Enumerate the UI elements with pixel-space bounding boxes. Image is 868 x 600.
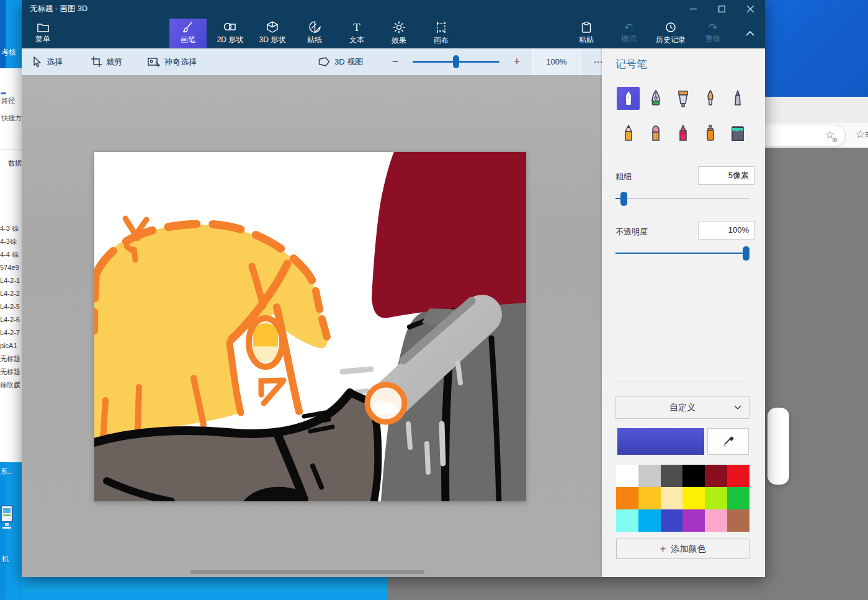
palette-swatch[interactable] <box>638 509 661 532</box>
drawing-canvas[interactable] <box>94 152 526 501</box>
custom-colors-dropdown[interactable]: 自定义 <box>615 396 749 419</box>
paste-button[interactable]: 粘贴 <box>565 19 607 48</box>
horizontal-scrollbar[interactable] <box>190 570 424 574</box>
file-item[interactable]: L4-2-1 <box>0 274 22 287</box>
canvas-workspace[interactable] <box>22 75 602 577</box>
brush-pixel-pen[interactable] <box>726 87 749 110</box>
zoom-value[interactable]: 100% <box>532 48 581 75</box>
palette-swatch[interactable] <box>705 487 727 509</box>
file-item[interactable]: L4-2-5 <box>0 300 22 313</box>
add-favorite-star-icon[interactable]: ☆⊕ <box>825 125 834 145</box>
artwork <box>94 152 526 501</box>
menu-button[interactable]: 菜单 <box>23 19 63 48</box>
this-pc-label[interactable]: 机 <box>2 554 9 565</box>
tab-canvas[interactable]: 画布 <box>423 19 460 48</box>
brush-crayon[interactable] <box>671 122 694 145</box>
tab-brushes[interactable]: 画笔 <box>169 19 207 48</box>
menu-label: 菜单 <box>35 34 50 45</box>
tab-2d-shapes[interactable]: 2D 形状 <box>212 19 249 48</box>
add-color-button[interactable]: + 添加颜色 <box>616 539 749 559</box>
file-item[interactable]: L4-2-6 <box>0 313 22 326</box>
file-item[interactable]: 4-4 徐 <box>0 248 22 261</box>
desktop-background <box>765 0 868 97</box>
undo-button[interactable]: ↶ 撤消 <box>607 19 650 48</box>
thickness-slider[interactable] <box>615 198 749 199</box>
explorer-section-label: 数据 <box>8 159 22 168</box>
brush-calligraphy-pen[interactable] <box>644 87 667 110</box>
tab-3d-shapes[interactable]: 3D 形状 <box>254 19 291 48</box>
eyedropper-button[interactable] <box>707 428 749 455</box>
pixel-pen-icon <box>733 90 743 107</box>
palette-swatch[interactable] <box>682 509 705 532</box>
file-item[interactable]: 无标题 <box>0 352 22 365</box>
palette-swatch[interactable] <box>638 465 661 487</box>
magic-select-tool[interactable]: 神奇选择 <box>148 48 197 75</box>
palette-swatch[interactable] <box>727 487 749 509</box>
explorer-header: 路径 <box>1 96 15 105</box>
zoom-slider-track[interactable] <box>413 61 499 63</box>
favorites-list-icon[interactable]: ☆≡ <box>856 124 868 145</box>
plus-icon: + <box>660 544 666 554</box>
palette-swatch[interactable] <box>661 487 683 509</box>
opacity-slider-thumb[interactable] <box>743 246 749 261</box>
paste-label: 粘贴 <box>579 35 594 45</box>
palette-swatch[interactable] <box>727 509 749 532</box>
brush-oil[interactable] <box>671 87 694 110</box>
palette-swatch[interactable] <box>638 487 661 509</box>
brush-eraser[interactable] <box>644 122 667 145</box>
brush-marker[interactable] <box>617 87 640 110</box>
file-item[interactable]: 4-3 徐 <box>0 222 22 235</box>
thickness-input[interactable]: 5像素 <box>698 166 754 185</box>
select-tool[interactable]: 选择 <box>33 48 63 75</box>
thickness-slider-thumb[interactable] <box>620 192 627 206</box>
tab-text[interactable]: T 文本 <box>338 19 375 48</box>
tab-label: 画笔 <box>181 35 195 45</box>
opacity-slider[interactable] <box>615 253 749 254</box>
brush-fill[interactable] <box>726 122 749 145</box>
palette-swatch[interactable] <box>661 465 683 487</box>
brush-watercolor[interactable] <box>699 87 722 110</box>
redo-label: 重做 <box>705 34 720 44</box>
brush-row <box>617 122 749 145</box>
redo-button[interactable]: ↷ 重做 <box>692 19 734 48</box>
collapse-ribbon-button[interactable] <box>733 19 767 48</box>
palette-swatch[interactable] <box>727 465 749 487</box>
tab-effects[interactable]: 效果 <box>380 19 418 48</box>
file-item[interactable]: L4-2-7 <box>0 326 22 339</box>
minimize-button[interactable] <box>679 0 707 17</box>
3d-view-toggle[interactable]: 3D 视图 <box>318 48 363 75</box>
zoom-out-button[interactable]: − <box>389 48 401 75</box>
palette-swatch[interactable] <box>661 509 683 532</box>
palette-swatch[interactable] <box>616 487 638 509</box>
palette-swatch[interactable] <box>616 465 638 487</box>
zoom-slider-thumb[interactable] <box>453 55 459 68</box>
tab-stickers[interactable]: 贴纸 <box>296 19 333 48</box>
palette-swatch[interactable] <box>705 465 727 487</box>
palette-swatch[interactable] <box>705 509 727 532</box>
zoom-in-button[interactable]: + <box>511 48 523 75</box>
file-item[interactable]: 574e9 <box>0 261 22 274</box>
palette-swatch[interactable] <box>616 509 638 532</box>
file-item[interactable]: 徐欣媛 <box>0 378 22 392</box>
brush-spray-can[interactable] <box>699 122 722 145</box>
history-button[interactable]: 历史记录 <box>650 19 692 48</box>
pencil-icon <box>623 125 634 142</box>
explorer-selected-item[interactable]: 考核 <box>1 47 16 58</box>
maximize-button[interactable] <box>707 0 736 17</box>
opacity-input[interactable]: 100% <box>698 221 754 240</box>
zoom-slider[interactable] <box>413 48 499 75</box>
panel-title: 记号笔 <box>615 57 647 71</box>
close-button[interactable] <box>736 0 764 17</box>
crop-tool[interactable]: 裁剪 <box>91 48 122 75</box>
this-pc-icon[interactable] <box>1 504 13 531</box>
cursor-icon <box>33 56 42 67</box>
file-item[interactable]: picA1 <box>0 339 22 352</box>
file-item[interactable]: 无标题 <box>0 365 22 378</box>
file-item[interactable]: 4-3徐 <box>0 235 22 248</box>
current-color-swatch[interactable] <box>617 428 704 455</box>
palette-swatch[interactable] <box>682 465 705 487</box>
file-item[interactable]: L4-2-2 <box>0 287 22 300</box>
brush-pencil[interactable] <box>617 122 640 145</box>
palette-swatch[interactable] <box>682 487 705 509</box>
title-bar[interactable]: 无标题 - 画图 3D <box>22 0 765 17</box>
